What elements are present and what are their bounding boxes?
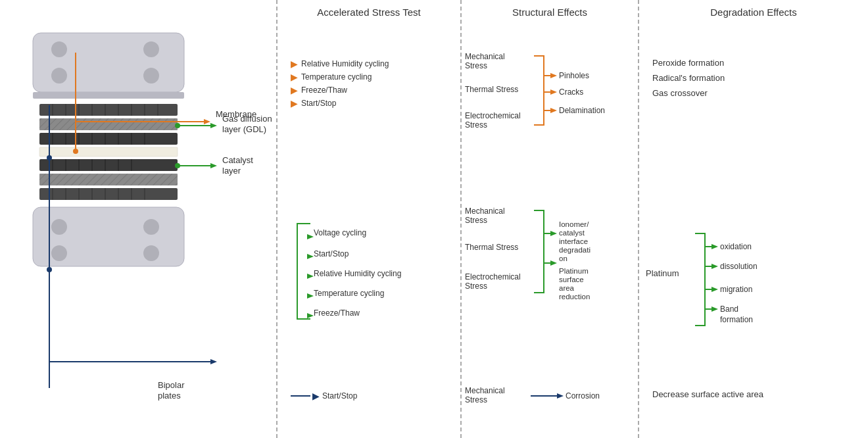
svg-rect-38 [39, 174, 178, 185]
catalyst-label-1: Catalyst [222, 155, 253, 165]
svg-text:Thermal Stress: Thermal Stress [465, 85, 518, 94]
svg-marker-105 [550, 260, 557, 266]
gdl-tests-section: Voltage cycling Start/Stop Relative Humi… [291, 217, 454, 331]
membrane-tests-section: ▶ Relative Humidity cycling ▶ Temperatur… [291, 56, 454, 111]
bipolar-structural: Mechanical Stress Corrosion [465, 381, 635, 424]
svg-point-51 [51, 245, 67, 261]
svg-marker-73 [307, 274, 314, 279]
svg-text:reduction: reduction [559, 293, 590, 301]
svg-text:Stress: Stress [465, 61, 487, 70]
svg-text:degradati: degradati [559, 246, 591, 254]
gdl-label-2: layer (GDL) [222, 124, 266, 134]
svg-rect-0 [33, 33, 184, 92]
structural-panel: Structural Effects Mechanical Stress The… [460, 0, 638, 438]
svg-marker-69 [307, 234, 314, 239]
svg-rect-19 [39, 133, 178, 145]
svg-point-3 [51, 68, 67, 84]
svg-text:Mechanical: Mechanical [465, 207, 505, 216]
deg-label-peroxide: Peroxide formation [652, 58, 724, 68]
svg-text:Stress: Stress [465, 281, 487, 291]
svg-text:catalyst: catalyst [559, 229, 585, 237]
deg-peroxide: Peroxide formation [652, 58, 861, 68]
svg-marker-122 [711, 264, 718, 269]
svg-marker-65 [210, 163, 217, 168]
svg-marker-75 [307, 293, 314, 299]
svg-text:Platinum: Platinum [559, 267, 589, 275]
svg-text:dissolution: dissolution [720, 262, 758, 271]
test-freeze-thaw: ▶ Freeze/Thaw [291, 85, 454, 95]
deg-label-bipolar: Decrease surface active area [652, 389, 763, 399]
svg-text:Cracks: Cracks [559, 87, 583, 97]
svg-text:Mechanical: Mechanical [465, 52, 505, 61]
arrow-icon-3: ▶ [291, 85, 298, 95]
svg-marker-124 [711, 287, 718, 292]
bipolar-label-1: Bipolar [158, 380, 185, 390]
svg-text:Temperature cycling: Temperature cycling [314, 289, 384, 298]
test-start-stop-1: ▶ Start/Stop [291, 98, 454, 109]
svg-point-59 [47, 267, 52, 272]
svg-text:Stress: Stress [465, 120, 487, 130]
test-label-ss1: Start/Stop [301, 99, 336, 108]
svg-marker-62 [210, 123, 217, 128]
membrane-degradation: Peroxide formation Radical's formation G… [652, 53, 861, 103]
svg-text:Delamination: Delamination [559, 106, 605, 115]
degradation-panel: Degradation Effects Peroxide formation R… [638, 0, 868, 438]
test-rh-cycling: ▶ Relative Humidity cycling [291, 59, 454, 69]
svg-point-58 [47, 155, 52, 160]
svg-marker-126 [711, 306, 718, 312]
svg-marker-113 [557, 393, 564, 399]
svg-text:Corrosion: Corrosion [566, 391, 600, 401]
svg-rect-6 [39, 104, 178, 116]
svg-text:Voltage cycling: Voltage cycling [314, 228, 366, 237]
bipolar-tests-section: ▶ Start/Stop [291, 388, 454, 404]
svg-marker-90 [550, 108, 557, 113]
bipolar-structural-svg: Mechanical Stress Corrosion [465, 381, 639, 421]
test-label-bp-ss: Start/Stop [322, 391, 357, 401]
svg-text:Band: Band [720, 304, 738, 314]
deg-label-gas: Gas crossover [652, 88, 708, 98]
test-label-rh: Relative Humidity cycling [301, 59, 389, 68]
svg-rect-18 [39, 118, 178, 130]
platinum-svg: Platinum oxidation dissolution migration… [646, 224, 863, 335]
svg-marker-71 [307, 254, 314, 259]
svg-text:Start/Stop: Start/Stop [314, 249, 349, 258]
svg-text:Platinum: Platinum [646, 268, 679, 278]
svg-text:Electrochemical: Electrochemical [465, 111, 521, 120]
gdl-structural: Mechanical Stress Thermal Stress Electro… [465, 197, 635, 331]
svg-text:Relative Humidity cycling: Relative Humidity cycling [314, 269, 401, 278]
svg-text:area: area [559, 284, 575, 292]
svg-marker-67 [210, 359, 217, 364]
svg-text:migration: migration [720, 285, 752, 294]
svg-text:formation: formation [720, 315, 753, 324]
gdl-bracket-svg: Voltage cycling Start/Stop Relative Humi… [291, 217, 462, 329]
svg-text:Pinholes: Pinholes [559, 71, 589, 80]
svg-text:Mechanical: Mechanical [465, 386, 505, 395]
svg-text:oxidation: oxidation [720, 242, 752, 251]
structural-effects-title: Structural Effects [462, 0, 638, 24]
arrow-icon-1: ▶ [291, 59, 298, 69]
svg-point-52 [143, 245, 159, 261]
main-diagram: Membrane Gas diffusion layer (GDL) Catal… [0, 0, 868, 438]
arrow-head-blue: ▶ [312, 391, 320, 401]
test-temp-cycling: ▶ Temperature cycling [291, 72, 454, 82]
svg-point-4 [143, 68, 159, 84]
svg-text:Freeze/Thaw: Freeze/Thaw [314, 308, 360, 318]
deg-radical: Radical's formation [652, 73, 861, 83]
svg-text:Electrochemical: Electrochemical [465, 272, 521, 281]
arrow-icon-2: ▶ [291, 72, 298, 82]
svg-point-49 [51, 219, 67, 235]
svg-marker-120 [711, 244, 718, 249]
deg-gas: Gas crossover [652, 88, 861, 98]
svg-rect-5 [33, 92, 184, 99]
svg-text:interface: interface [559, 237, 588, 245]
deg-label-radical: Radical's formation [652, 73, 725, 83]
svg-marker-56 [204, 119, 210, 124]
svg-marker-86 [550, 73, 557, 78]
arrow-line-blue [291, 395, 310, 397]
svg-marker-77 [307, 313, 314, 318]
test-start-stop-bipolar: ▶ Start/Stop [291, 391, 454, 401]
svg-point-2 [143, 41, 159, 57]
platinum-degradation: Platinum oxidation dissolution migration… [646, 224, 865, 338]
bipolar-degradation: Decrease surface active area [652, 388, 861, 400]
center-panel: Accelerated Stress Test ▶ Relative Humid… [276, 0, 460, 438]
